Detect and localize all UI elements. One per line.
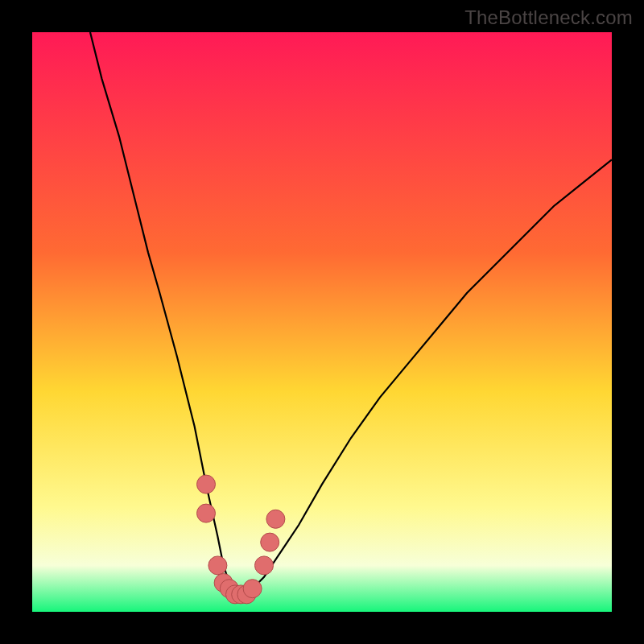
curve-marker xyxy=(197,475,216,493)
curve-marker xyxy=(255,556,274,575)
curve-marker xyxy=(261,533,279,551)
plot-area xyxy=(32,32,612,612)
heat-background xyxy=(32,32,612,612)
chart-frame: TheBottleneck.com xyxy=(0,0,644,644)
curve-marker xyxy=(197,504,216,522)
curve-marker xyxy=(266,510,285,528)
curve-marker xyxy=(208,556,227,575)
watermark-text: TheBottleneck.com xyxy=(464,6,633,29)
curve-marker xyxy=(243,580,262,598)
plot-svg xyxy=(32,32,612,612)
